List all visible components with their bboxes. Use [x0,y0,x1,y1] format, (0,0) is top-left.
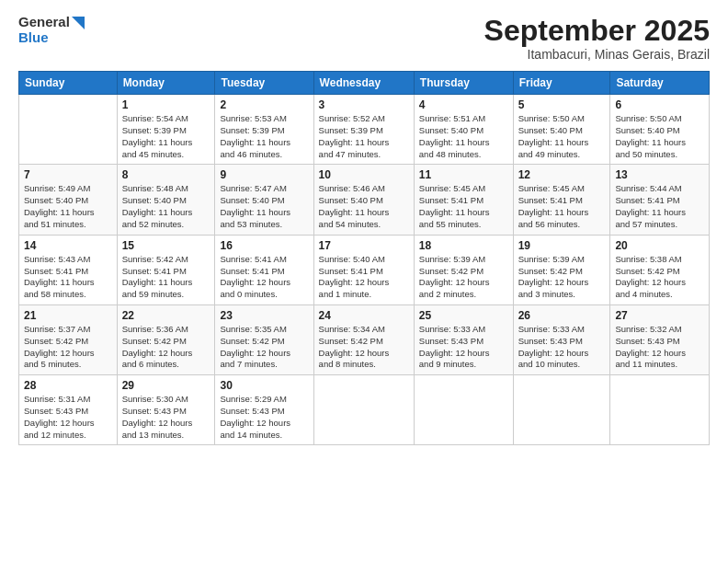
calendar-cell: 14Sunrise: 5:43 AMSunset: 5:41 PMDayligh… [19,235,118,304]
day-info: Sunrise: 5:51 AMSunset: 5:40 PMDaylight:… [419,113,508,160]
day-number: 18 [419,239,508,252]
calendar-cell: 9Sunrise: 5:47 AMSunset: 5:40 PMDaylight… [215,165,313,235]
calendar-cell: 22Sunrise: 5:36 AMSunset: 5:42 PMDayligh… [117,304,215,374]
calendar-week-2: 7Sunrise: 5:49 AMSunset: 5:40 PMDaylight… [19,165,710,235]
calendar-cell: 25Sunrise: 5:33 AMSunset: 5:43 PMDayligh… [414,304,513,374]
day-number: 6 [615,98,704,111]
day-number: 22 [122,309,210,322]
calendar-cell: 4Sunrise: 5:51 AMSunset: 5:40 PMDaylight… [414,95,513,165]
calendar-cell: 23Sunrise: 5:35 AMSunset: 5:42 PMDayligh… [215,304,313,374]
day-info: Sunrise: 5:32 AMSunset: 5:43 PMDaylight:… [615,324,704,371]
day-number: 3 [319,98,409,111]
day-info: Sunrise: 5:54 AMSunset: 5:39 PMDaylight:… [122,113,210,160]
day-number: 14 [24,239,112,252]
calendar-cell: 30Sunrise: 5:29 AMSunset: 5:43 PMDayligh… [215,375,313,445]
day-info: Sunrise: 5:50 AMSunset: 5:40 PMDaylight:… [518,113,606,160]
day-number: 29 [122,379,210,392]
header-area: General Blue September 2025 Itambacuri, … [18,15,710,62]
month-title: September 2025 [484,15,710,47]
calendar-cell: 13Sunrise: 5:44 AMSunset: 5:41 PMDayligh… [610,165,710,235]
day-number: 11 [419,168,508,181]
calendar-cell: 12Sunrise: 5:45 AMSunset: 5:41 PMDayligh… [513,165,610,235]
calendar-header: Sunday Monday Tuesday Wednesday Thursday… [19,72,710,95]
day-number: 9 [220,168,308,181]
page: General Blue September 2025 Itambacuri, … [0,0,728,563]
day-info: Sunrise: 5:37 AMSunset: 5:42 PMDaylight:… [24,324,112,371]
logo: General Blue [18,15,85,45]
day-number: 15 [122,239,210,252]
day-info: Sunrise: 5:36 AMSunset: 5:42 PMDaylight:… [122,324,210,371]
col-thursday: Thursday [414,72,513,95]
day-info: Sunrise: 5:48 AMSunset: 5:40 PMDaylight:… [122,183,210,230]
day-number: 27 [615,309,704,322]
day-info: Sunrise: 5:44 AMSunset: 5:41 PMDaylight:… [615,183,704,230]
calendar-cell [19,95,118,165]
col-saturday: Saturday [610,72,710,95]
day-info: Sunrise: 5:35 AMSunset: 5:42 PMDaylight:… [220,324,308,371]
calendar-cell: 19Sunrise: 5:39 AMSunset: 5:42 PMDayligh… [513,235,610,304]
day-number: 26 [518,309,606,322]
day-number: 1 [122,98,210,111]
day-info: Sunrise: 5:42 AMSunset: 5:41 PMDaylight:… [122,254,210,301]
calendar-cell: 21Sunrise: 5:37 AMSunset: 5:42 PMDayligh… [19,304,118,374]
calendar-cell: 26Sunrise: 5:33 AMSunset: 5:43 PMDayligh… [513,304,610,374]
calendar-week-1: 1Sunrise: 5:54 AMSunset: 5:39 PMDaylight… [19,95,710,165]
day-info: Sunrise: 5:46 AMSunset: 5:40 PMDaylight:… [319,183,409,230]
calendar-cell: 7Sunrise: 5:49 AMSunset: 5:40 PMDaylight… [19,165,118,235]
day-info: Sunrise: 5:38 AMSunset: 5:42 PMDaylight:… [615,254,704,301]
day-number: 13 [615,168,704,181]
calendar-cell: 28Sunrise: 5:31 AMSunset: 5:43 PMDayligh… [19,375,118,445]
day-info: Sunrise: 5:40 AMSunset: 5:41 PMDaylight:… [319,254,409,301]
day-number: 12 [518,168,606,181]
calendar-week-3: 14Sunrise: 5:43 AMSunset: 5:41 PMDayligh… [19,235,710,304]
calendar-cell: 2Sunrise: 5:53 AMSunset: 5:39 PMDaylight… [215,95,313,165]
col-sunday: Sunday [19,72,118,95]
day-number: 16 [220,239,308,252]
calendar-cell: 8Sunrise: 5:48 AMSunset: 5:40 PMDaylight… [117,165,215,235]
calendar-cell [313,375,414,445]
day-info: Sunrise: 5:31 AMSunset: 5:43 PMDaylight:… [24,394,112,441]
calendar-cell: 11Sunrise: 5:45 AMSunset: 5:41 PMDayligh… [414,165,513,235]
calendar-week-4: 21Sunrise: 5:37 AMSunset: 5:42 PMDayligh… [19,304,710,374]
weekday-row: Sunday Monday Tuesday Wednesday Thursday… [19,72,710,95]
day-info: Sunrise: 5:43 AMSunset: 5:41 PMDaylight:… [24,254,112,301]
calendar-cell [610,375,710,445]
day-number: 24 [319,309,409,322]
col-friday: Friday [513,72,610,95]
svg-marker-0 [72,17,85,29]
day-number: 4 [419,98,508,111]
calendar-cell: 29Sunrise: 5:30 AMSunset: 5:43 PMDayligh… [117,375,215,445]
day-number: 25 [419,309,508,322]
calendar-cell: 18Sunrise: 5:39 AMSunset: 5:42 PMDayligh… [414,235,513,304]
calendar-cell: 10Sunrise: 5:46 AMSunset: 5:40 PMDayligh… [313,165,414,235]
day-info: Sunrise: 5:53 AMSunset: 5:39 PMDaylight:… [220,113,308,160]
calendar-cell: 20Sunrise: 5:38 AMSunset: 5:42 PMDayligh… [610,235,710,304]
calendar-cell: 17Sunrise: 5:40 AMSunset: 5:41 PMDayligh… [313,235,414,304]
calendar-week-5: 28Sunrise: 5:31 AMSunset: 5:43 PMDayligh… [19,375,710,445]
day-info: Sunrise: 5:33 AMSunset: 5:43 PMDaylight:… [518,324,606,371]
day-info: Sunrise: 5:49 AMSunset: 5:40 PMDaylight:… [24,183,112,230]
calendar-cell [513,375,610,445]
calendar-table: Sunday Monday Tuesday Wednesday Thursday… [18,71,710,445]
day-info: Sunrise: 5:30 AMSunset: 5:43 PMDaylight:… [122,394,210,441]
col-monday: Monday [117,72,215,95]
day-number: 28 [24,379,112,392]
day-info: Sunrise: 5:47 AMSunset: 5:40 PMDaylight:… [220,183,308,230]
calendar-cell: 3Sunrise: 5:52 AMSunset: 5:39 PMDaylight… [313,95,414,165]
day-info: Sunrise: 5:50 AMSunset: 5:40 PMDaylight:… [615,113,704,160]
calendar-cell: 27Sunrise: 5:32 AMSunset: 5:43 PMDayligh… [610,304,710,374]
calendar-cell [414,375,513,445]
col-tuesday: Tuesday [215,72,313,95]
col-wednesday: Wednesday [313,72,414,95]
calendar-cell: 6Sunrise: 5:50 AMSunset: 5:40 PMDaylight… [610,95,710,165]
day-number: 23 [220,309,308,322]
location-subtitle: Itambacuri, Minas Gerais, Brazil [484,47,710,62]
day-number: 8 [122,168,210,181]
day-info: Sunrise: 5:29 AMSunset: 5:43 PMDaylight:… [220,394,308,441]
day-info: Sunrise: 5:45 AMSunset: 5:41 PMDaylight:… [419,183,508,230]
day-info: Sunrise: 5:39 AMSunset: 5:42 PMDaylight:… [518,254,606,301]
day-info: Sunrise: 5:52 AMSunset: 5:39 PMDaylight:… [319,113,409,160]
calendar-cell: 16Sunrise: 5:41 AMSunset: 5:41 PMDayligh… [215,235,313,304]
calendar-cell: 1Sunrise: 5:54 AMSunset: 5:39 PMDaylight… [117,95,215,165]
day-number: 2 [220,98,308,111]
